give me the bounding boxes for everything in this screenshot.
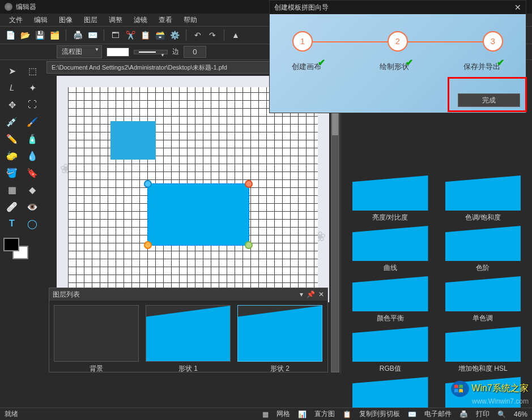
layer-thumbnail — [146, 305, 231, 362]
effect-brightness-contrast[interactable]: 亮度/对比度 — [352, 175, 428, 222]
status-print-label[interactable]: 打印 — [476, 409, 490, 419]
cut-icon[interactable]: ✂️ — [125, 29, 136, 41]
effect-levels[interactable]: 色阶 — [445, 226, 521, 273]
status-zoom-label[interactable]: 46% — [514, 410, 527, 418]
shape-1[interactable] — [110, 121, 156, 160]
status-zoom-icon[interactable]: 🔍 — [497, 410, 506, 418]
effect-label: 色阶 — [445, 263, 521, 273]
status-email-label[interactable]: 电子邮件 — [424, 409, 452, 419]
move-tool-icon[interactable]: ✥ — [3, 97, 20, 112]
stroke-style-dropdown[interactable] — [134, 50, 168, 54]
foreground-color[interactable] — [3, 238, 19, 251]
status-histogram-label[interactable]: 直方图 — [314, 409, 335, 419]
open-icon[interactable]: 📂 — [19, 29, 31, 41]
finish-button[interactable]: 完成 — [458, 93, 520, 107]
menu-layer[interactable]: 图层 — [79, 14, 102, 26]
wand-tool-icon[interactable]: ✦ — [24, 80, 41, 95]
watermark-line1: Win7系统之家 — [450, 380, 529, 397]
effect-label: 曲线 — [352, 263, 428, 273]
layer-item-shape2[interactable]: 形状 2 — [237, 305, 322, 374]
window-title: 编辑器 — [16, 2, 36, 12]
gradient-tool-icon[interactable]: ▦ — [3, 182, 20, 197]
color-swatch[interactable] — [3, 238, 28, 259]
gear-icon[interactable]: ⚙️ — [169, 29, 180, 41]
spray-tool-icon[interactable]: 🧴 — [24, 131, 41, 146]
sides-label: 边 — [172, 47, 179, 57]
pencil-tool-icon[interactable]: ✏️ — [3, 131, 20, 146]
vertical-scrollbar[interactable] — [331, 72, 339, 372]
layers-icon[interactable]: 🗃️ — [154, 29, 165, 41]
mail-icon[interactable]: ✉️ — [87, 29, 98, 41]
save-icon[interactable]: 💾 — [34, 29, 45, 41]
wizard-step-labels: 创建画布✔ 绘制形状✔ 保存并导出✔ — [270, 57, 526, 72]
crop-tool-icon[interactable]: ⛶ — [24, 97, 41, 112]
status-bar: 就绪 ▦网格 📊直方图 📋复制到剪切板 ✉️电子邮件 🖨️打印 🔍46% — [0, 408, 532, 420]
shapeset-dropdown[interactable]: 流程图 — [57, 45, 102, 58]
layers-panel: 图层列表 ▾ 📌 ✕ 背景 形状 1 形状 2 — [49, 288, 328, 372]
layer-item-shape1[interactable]: 形状 1 — [146, 305, 231, 374]
resize-handle-nw[interactable] — [144, 180, 152, 188]
effect-hue-saturation[interactable]: 色调/饱和度 — [445, 175, 521, 222]
menu-help[interactable]: 帮助 — [179, 14, 202, 26]
shapes-tool-icon[interactable]: ◯ — [24, 216, 41, 231]
menu-adjust[interactable]: 调整 — [104, 14, 127, 26]
new-icon[interactable]: 📄 — [5, 29, 16, 41]
menu-view[interactable]: 查看 — [154, 14, 177, 26]
effect-color-balance[interactable]: 颜色平衡 — [352, 276, 428, 323]
pointer-tool-icon[interactable]: ➤ — [3, 63, 20, 78]
template-wizard-dialog: 创建模板拼图向导 ✕ 1 2 3 创建画布✔ 绘制形状✔ 保存并导出✔ 完成 — [269, 0, 526, 113]
watermark-line2: www.Winwin7.com — [450, 397, 529, 406]
blur-tool-icon[interactable]: 💧 — [24, 148, 41, 163]
print-icon[interactable]: 🖨️ — [72, 29, 83, 41]
redo-icon[interactable]: ↷ — [207, 29, 218, 41]
eyedropper-tool-icon[interactable]: 💉 — [3, 114, 20, 129]
redeye-tool-icon[interactable]: 👁️ — [24, 199, 41, 214]
panel-pin-icon[interactable]: 📌 — [307, 290, 315, 298]
template-icon[interactable]: 🗂️ — [49, 29, 60, 41]
menu-image[interactable]: 图像 — [54, 14, 77, 26]
menu-edit[interactable]: 编辑 — [29, 14, 52, 26]
status-grid-icon[interactable]: ▦ — [262, 410, 269, 418]
panel-close-icon[interactable]: ✕ — [318, 290, 324, 298]
paste-icon[interactable]: 📋 — [139, 29, 151, 41]
stroke-preview[interactable] — [107, 48, 129, 57]
status-clipboard-label[interactable]: 复制到剪切板 — [359, 409, 400, 419]
status-clipboard-icon[interactable]: 📋 — [343, 410, 351, 418]
effect-label: 色调/饱和度 — [445, 213, 521, 222]
wizard-step-1: 1 — [292, 31, 313, 52]
resize-handle-sw[interactable] — [144, 241, 152, 249]
resize-handle-se[interactable] — [245, 241, 253, 249]
text-tool-icon[interactable]: T — [3, 216, 20, 231]
lasso-tool-icon[interactable]: 𝘓 — [3, 80, 20, 95]
marquee-tool-icon[interactable]: ⬚ — [24, 63, 41, 78]
effect-monochrome[interactable]: 单色调 — [445, 276, 521, 323]
close-icon[interactable]: ✕ — [514, 3, 521, 12]
effect-increase-sat-hsl[interactable]: 增加饱和度 HSL — [445, 327, 521, 374]
panel-menu-icon[interactable]: ▾ — [300, 290, 303, 298]
layer-item-background[interactable]: 背景 — [54, 305, 139, 374]
wizard-label-1: 创建画布✔ — [284, 61, 335, 72]
healing-tool-icon[interactable]: 🩹 — [3, 199, 20, 214]
sides-input[interactable] — [184, 46, 206, 58]
undo-icon[interactable]: ↶ — [192, 29, 203, 41]
stamp-tool-icon[interactable]: 🔖 — [24, 165, 41, 180]
shape-2-selected[interactable] — [147, 183, 249, 246]
menu-file[interactable]: 文件 — [5, 14, 27, 26]
brush-tool-icon[interactable]: 🖌️ — [24, 114, 41, 129]
status-histogram-icon[interactable]: 📊 — [298, 410, 307, 418]
status-email-icon[interactable]: ✉️ — [408, 410, 416, 418]
bucket-tool-icon[interactable]: 🪣 — [3, 165, 20, 180]
status-print-icon[interactable]: 🖨️ — [459, 410, 468, 418]
marker-icon[interactable]: ▲ — [230, 29, 241, 41]
separator — [104, 29, 104, 41]
effect-thumbnail — [352, 226, 428, 261]
copy-icon[interactable]: 🗔 — [110, 29, 121, 41]
status-grid-label[interactable]: 网格 — [276, 409, 290, 419]
resize-handle-ne[interactable] — [245, 180, 253, 188]
shape-tool-icon[interactable]: ◆ — [24, 182, 41, 197]
effect-rgb[interactable]: RGB值 — [352, 327, 428, 374]
effect-curves[interactable]: 曲线 — [352, 226, 428, 273]
eraser-tool-icon[interactable]: 🧽 — [3, 148, 20, 163]
layers-panel-header: 图层列表 ▾ 📌 ✕ — [49, 288, 327, 301]
menu-filter[interactable]: 滤镜 — [129, 14, 152, 26]
